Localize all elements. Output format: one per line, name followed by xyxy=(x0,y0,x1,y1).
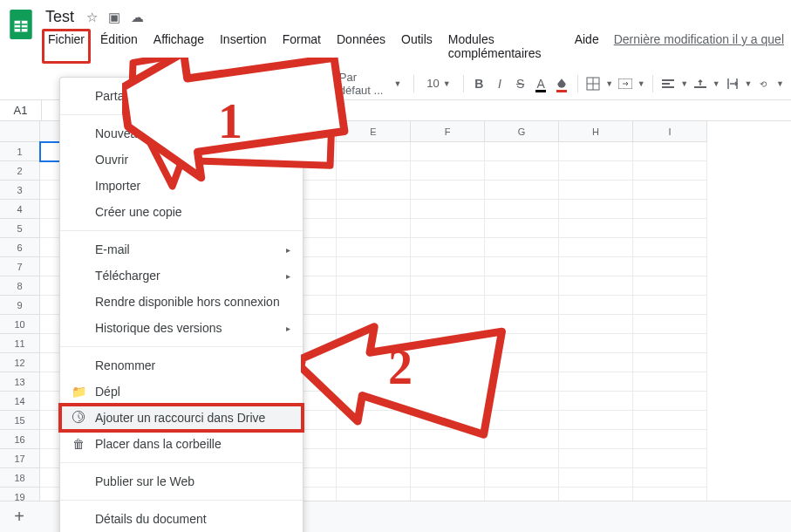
cell[interactable] xyxy=(485,142,559,161)
cloud-icon[interactable]: ☁ xyxy=(131,10,144,25)
row-header[interactable]: 3 xyxy=(0,181,39,200)
cell[interactable] xyxy=(633,276,707,296)
menu-item-t-l-charger[interactable]: Télécharger▸ xyxy=(60,263,303,289)
row-header[interactable]: 13 xyxy=(0,372,39,392)
menu-item-publier-sur-le-web[interactable]: Publier sur le Web xyxy=(60,468,303,494)
cell[interactable] xyxy=(633,315,707,334)
cell[interactable] xyxy=(633,353,707,372)
row-header[interactable]: 4 xyxy=(0,200,39,219)
bold-button[interactable]: B xyxy=(470,73,488,94)
menu-item-placer-dans-la-corbeille[interactable]: 🗑Placer dans la corbeille xyxy=(60,431,303,457)
star-icon[interactable]: ☆ xyxy=(86,10,98,25)
cell[interactable] xyxy=(337,372,411,392)
cell[interactable] xyxy=(411,257,485,276)
cell[interactable] xyxy=(337,276,411,296)
strikethrough-button[interactable]: S xyxy=(512,73,529,94)
cell[interactable] xyxy=(411,430,485,449)
row-header[interactable]: 18 xyxy=(0,468,39,488)
cell[interactable] xyxy=(337,200,411,219)
cell[interactable] xyxy=(337,181,411,200)
cell[interactable] xyxy=(337,411,411,430)
sheets-logo-icon[interactable] xyxy=(7,7,35,42)
cell[interactable] xyxy=(559,315,633,334)
cell[interactable] xyxy=(411,296,485,315)
cell[interactable] xyxy=(485,238,559,257)
menu-item-d-tails-du-document[interactable]: Détails du document xyxy=(60,506,303,532)
row-header[interactable]: 8 xyxy=(0,276,39,296)
cell[interactable] xyxy=(633,142,707,161)
menubar-item-outils[interactable]: Outils xyxy=(395,29,439,64)
cell[interactable] xyxy=(559,372,633,392)
menubar-item-affichage[interactable]: Affichage xyxy=(147,29,210,64)
menu-item-rendre-disponible-hors-connexion[interactable]: Rendre disponible hors connexion xyxy=(60,289,303,315)
row-header[interactable]: 5 xyxy=(0,219,39,238)
row-header[interactable]: 9 xyxy=(0,296,39,315)
cell[interactable] xyxy=(633,181,707,200)
cell[interactable] xyxy=(411,449,485,468)
cell[interactable] xyxy=(633,219,707,238)
cell[interactable] xyxy=(633,449,707,468)
cell[interactable] xyxy=(559,142,633,161)
col-header[interactable]: G xyxy=(485,121,559,142)
menu-item-nouveau[interactable]: Nouveau▸ xyxy=(60,120,303,147)
cell[interactable] xyxy=(337,334,411,353)
chevron-down-icon[interactable]: ▼ xyxy=(713,79,720,88)
cell[interactable] xyxy=(633,411,707,430)
text-rotation-button[interactable]: ⟲ xyxy=(755,73,773,94)
cell[interactable] xyxy=(485,296,559,315)
cell[interactable] xyxy=(559,276,633,296)
cell[interactable] xyxy=(559,200,633,219)
cell[interactable] xyxy=(337,257,411,276)
menu-item-ajouter-un-raccourci-dans-drive[interactable]: Ajouter un raccourci dans Drive xyxy=(60,405,303,431)
cell[interactable] xyxy=(559,296,633,315)
cell[interactable] xyxy=(337,353,411,372)
row-header[interactable]: 6 xyxy=(0,238,39,257)
cell[interactable] xyxy=(485,200,559,219)
row-header[interactable]: 16 xyxy=(0,430,39,449)
cell[interactable] xyxy=(633,161,707,181)
cell[interactable] xyxy=(559,449,633,468)
menubar-item-fichier[interactable]: Fichier xyxy=(42,29,91,64)
cell[interactable] xyxy=(559,181,633,200)
col-header[interactable]: E xyxy=(337,121,411,142)
cell[interactable] xyxy=(411,219,485,238)
row-header[interactable]: 12 xyxy=(0,353,39,372)
cell[interactable] xyxy=(337,430,411,449)
row-header[interactable]: 7 xyxy=(0,257,39,276)
menu-item-cr-er-une-copie[interactable]: Créer une copie xyxy=(60,199,303,225)
col-header[interactable]: H xyxy=(559,121,633,142)
cell[interactable] xyxy=(633,430,707,449)
cell[interactable] xyxy=(559,392,633,411)
cell[interactable] xyxy=(559,257,633,276)
menu-item-importer[interactable]: Importer xyxy=(60,173,303,199)
cell[interactable] xyxy=(485,430,559,449)
cell[interactable] xyxy=(411,315,485,334)
cell[interactable] xyxy=(559,353,633,372)
row-header[interactable]: 14 xyxy=(0,392,39,411)
cell[interactable] xyxy=(485,181,559,200)
chevron-down-icon[interactable]: ▼ xyxy=(638,79,645,88)
cell[interactable] xyxy=(337,238,411,257)
cell[interactable] xyxy=(559,238,633,257)
move-icon[interactable]: ▣ xyxy=(108,10,120,25)
cell[interactable] xyxy=(485,334,559,353)
cell[interactable] xyxy=(337,142,411,161)
cell[interactable] xyxy=(411,238,485,257)
cell[interactable] xyxy=(559,468,633,488)
cell[interactable] xyxy=(411,411,485,430)
cell[interactable] xyxy=(337,449,411,468)
cell[interactable] xyxy=(633,468,707,488)
row-header[interactable]: 10 xyxy=(0,315,39,334)
cell[interactable] xyxy=(411,276,485,296)
font-dropdown[interactable]: Par défaut ...▼ xyxy=(334,69,407,99)
menubar-item--dition[interactable]: Édition xyxy=(94,29,144,64)
cell[interactable] xyxy=(411,353,485,372)
menubar-item-donn-es[interactable]: Données xyxy=(331,29,392,64)
text-color-button[interactable]: A xyxy=(532,73,549,94)
menu-item-renommer[interactable]: Renommer xyxy=(60,352,303,379)
cell[interactable] xyxy=(485,219,559,238)
cell[interactable] xyxy=(411,161,485,181)
cell[interactable] xyxy=(485,449,559,468)
cell[interactable] xyxy=(485,257,559,276)
last-modified-link[interactable]: Dernière modification il y a quel xyxy=(614,29,784,64)
